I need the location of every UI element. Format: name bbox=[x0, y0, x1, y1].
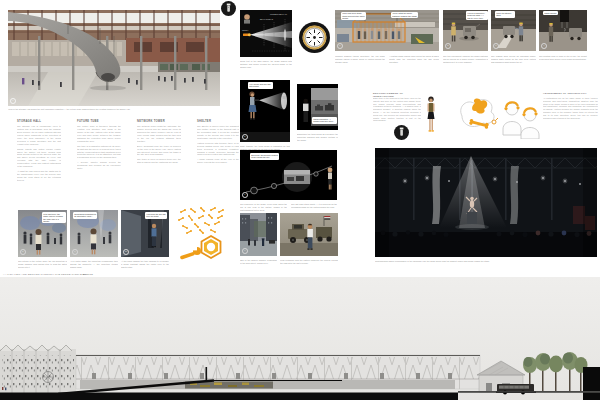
column-body-shelter: The Shelter is carved under the Transpor… bbox=[197, 125, 239, 166]
tube-interior-scene-1: Let's wait here; the whole convoy crosse… bbox=[18, 210, 67, 257]
speech-bubble: Everyone, the security system is on! Fol… bbox=[250, 153, 279, 160]
technology-body: All installations run on the same family… bbox=[543, 97, 598, 119]
compass-dial-icon bbox=[299, 22, 330, 53]
comic-caption-3: At the lower landing the tube narrows to… bbox=[121, 260, 169, 272]
flashlight-icon bbox=[394, 125, 409, 140]
panel-badge: 8 bbox=[20, 249, 26, 255]
technology-heading: ADJUSTMENT OF TECHNOLOGY bbox=[543, 92, 598, 95]
street-caption: One of the archive images: evacuation of… bbox=[240, 259, 277, 271]
panel-badge: 6 bbox=[242, 192, 248, 198]
speech-bubble: Wow, it's lifted by itself! bbox=[495, 11, 515, 18]
panel-badge: 3 bbox=[493, 43, 499, 49]
column-heading-storage-hall: STORAGE HALL bbox=[17, 120, 61, 123]
interactions-body: Each story of the museum is told twice: … bbox=[373, 97, 421, 122]
panel-badge: 1 bbox=[337, 43, 343, 49]
speech-bubble: That's helpful! bbox=[543, 11, 558, 15]
hoist-demo-scene: That's helpful! 4 bbox=[539, 10, 587, 51]
convoy-photo bbox=[280, 213, 338, 256]
convoy-caption: Field recording from the partner museum:… bbox=[280, 259, 338, 271]
speech-bubble: These projected… I wonder how they did i… bbox=[312, 117, 337, 124]
hero-render-image: 1 bbox=[8, 10, 220, 106]
column-body-network-tower: The Network Tower hosts the antennas, th… bbox=[137, 125, 181, 166]
beam-label-spread: BEAM SPREAD bbox=[260, 18, 273, 20]
elevation-drawing bbox=[0, 277, 600, 400]
paragraph: The tower is open on guided tours only; … bbox=[137, 158, 181, 164]
paragraph: A second, shorter branch serves the work… bbox=[77, 161, 121, 170]
speech-bubble: Wow, how were these items moved to the u… bbox=[341, 12, 366, 21]
strip-caption-1b: A custom-made orange cage keeps the grou… bbox=[389, 55, 439, 67]
paragraph: The Storage Hall is occasionally open to… bbox=[17, 125, 61, 146]
hero-badge: 1 bbox=[10, 98, 16, 104]
portfolio-sheet: { "colors":{"accent_orange":"#ef9d17","p… bbox=[0, 0, 600, 400]
column-heading-future-tube: FUTURE TUBE bbox=[77, 120, 121, 123]
speech-bubble: Something is drawing us an alternative r… bbox=[73, 212, 97, 219]
hero-caption: View of the Storage Hall during the firs… bbox=[8, 108, 173, 114]
beam-label-torch: TORCH bbox=[242, 29, 248, 31]
column-heading-network-tower: NETWORK TOWER bbox=[137, 120, 181, 123]
speech-bubble: Here's a completely powered class — I ca… bbox=[466, 11, 488, 20]
panel-badge: 4 bbox=[541, 43, 547, 49]
paragraph: At night the hall closes and the lights … bbox=[17, 170, 61, 182]
column-body-future-tube: The Future Tube is threaded through the … bbox=[77, 125, 121, 172]
organ-and-bone-icon bbox=[456, 94, 504, 138]
standing-figure-icon bbox=[423, 95, 439, 135]
strip-caption-3: The loading dock serves as rehearsal spa… bbox=[491, 55, 536, 69]
panel-badge: 5 bbox=[242, 134, 248, 140]
speech-bubble: You're lifting the whole platform! Imagi… bbox=[391, 12, 418, 19]
timeline-beam-scene: Everyone, the security system is on! Fol… bbox=[240, 150, 337, 200]
panel-badge: 7 bbox=[242, 248, 248, 254]
section-scale-label: 1:250 bbox=[80, 273, 87, 276]
flashlight-icon bbox=[221, 1, 236, 16]
paragraph: A small reading room at the end of the g… bbox=[197, 158, 239, 164]
performance-caption: Contemporary dance performance in the Me… bbox=[375, 260, 585, 265]
tool-demo-scene-2: Wow, it's lifted by itself! 3 bbox=[491, 10, 536, 51]
column-body-storage-hall: The Storage Hall is occasionally open to… bbox=[17, 125, 61, 184]
paragraph: The Future Tube is threaded through the … bbox=[77, 125, 121, 143]
paragraph: The Shelter is carved under the Transpor… bbox=[197, 125, 239, 140]
performance-photo bbox=[375, 148, 597, 257]
tube-corridor-scene: I can hear the drill hall over my head. … bbox=[121, 210, 169, 257]
strip-caption-1a: Working drawing turned spectacle: the ol… bbox=[335, 55, 385, 67]
comic-caption-2: As a visitor walks, the projection recom… bbox=[70, 260, 118, 272]
beam-label-wall: PROJECTION WALL bbox=[270, 13, 287, 15]
girl-torch-scene: Hey! Come and see this little beam! 5 bbox=[240, 80, 290, 142]
projection-caption: Essentially the torch works as a beacon:… bbox=[297, 133, 338, 144]
speech-bubble: I can hear the drill hall over my head. bbox=[145, 212, 167, 219]
beam-caption: Torch test in the dark gallery: the beam… bbox=[240, 60, 292, 73]
strip-caption-2: The tool experiment: formerly the model … bbox=[443, 55, 488, 69]
paragraph: Racks, pallets and crates remain exactly… bbox=[17, 148, 61, 169]
tube-interior-scene-2: Something is drawing us an alternative r… bbox=[70, 210, 118, 257]
panel-badge: 9 bbox=[72, 249, 78, 255]
projection-viewing-scene: These projected… I wonder how they did i… bbox=[297, 84, 338, 130]
panel-badge: 2 bbox=[445, 43, 451, 49]
paragraph: Every broadcast from the tower is mirror… bbox=[137, 145, 181, 157]
speech-bubble: Let's wait here; the whole convoy crosse… bbox=[42, 212, 66, 223]
wrench-and-nut-icon bbox=[173, 206, 230, 264]
headphone-heads-icon bbox=[500, 95, 542, 139]
tool-demo-scene-1: Here's a completely powered class — I ca… bbox=[443, 10, 488, 51]
paragraph: Visitors descend with torches; there is … bbox=[197, 142, 239, 157]
column-heading-shelter: SHELTER bbox=[197, 120, 239, 123]
crane-platform-scene: Wow, how were these items moved to the u… bbox=[335, 10, 439, 51]
paragraph: The tube is a calibrated instrument: its… bbox=[77, 145, 121, 160]
strip-caption-4: The hoisting gear of 1936 is still in us… bbox=[539, 55, 587, 69]
archive-street-photo: 7 bbox=[240, 213, 277, 256]
panel-badge: 10 bbox=[123, 249, 129, 255]
paragraph: The Network Tower hosts the antennas, th… bbox=[137, 125, 181, 143]
torch-beam-diagram: TORCH BEAM SPREAD PROJECTION WALL bbox=[240, 10, 292, 57]
comic-caption-1: The interior of the Future Tube: the fog… bbox=[18, 260, 67, 272]
speech-bubble: Hey! Come and see this little beam! bbox=[248, 82, 273, 89]
